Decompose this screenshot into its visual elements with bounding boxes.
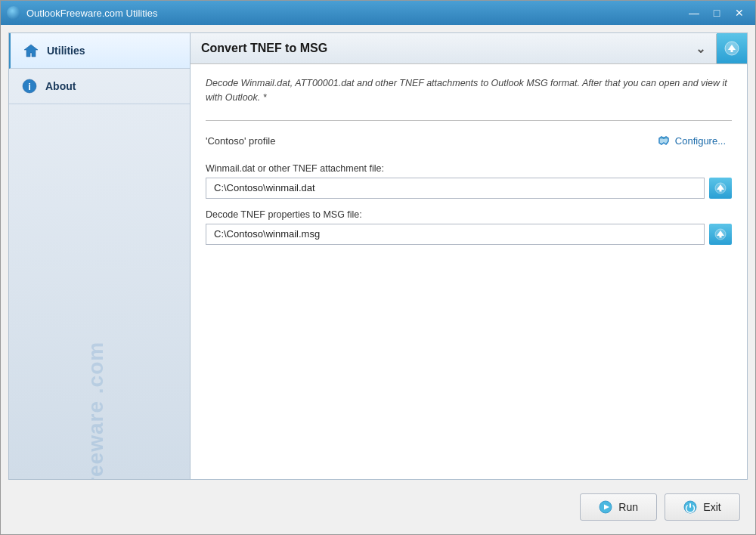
output-group: Decode TNEF properties to MSG file: xyxy=(206,209,732,245)
file-browse-button[interactable] xyxy=(709,178,732,199)
upload-icon-top xyxy=(724,41,739,56)
description-text: Decode Winmail.dat, ATT00001.dat and oth… xyxy=(206,76,732,105)
titlebar-buttons: — □ ✕ xyxy=(684,5,749,20)
panel-body: Decode Winmail.dat, ATT00001.dat and oth… xyxy=(191,64,747,479)
configure-label: Configure... xyxy=(675,135,726,147)
profile-text: 'Contoso' profile xyxy=(206,135,275,147)
sidebar-watermark: Outlook Freeware .com xyxy=(84,404,108,481)
sidebar-item-utilities[interactable]: Utilities xyxy=(9,33,190,69)
svg-text:i: i xyxy=(28,81,31,92)
svg-rect-12 xyxy=(720,236,722,238)
file-input-label: Winmail.dat or other TNEF attachment fil… xyxy=(206,163,732,174)
dropdown-header: Convert TNEF to MSG ⌄ xyxy=(191,33,747,64)
configure-icon xyxy=(657,135,671,148)
right-panel: Convert TNEF to MSG ⌄ Decode Winmail.dat… xyxy=(190,32,748,480)
home-icon xyxy=(23,42,39,59)
about-label: About xyxy=(45,80,76,92)
upload-button-top[interactable] xyxy=(717,33,747,63)
svg-rect-4 xyxy=(731,50,733,52)
dropdown-selected-label: Convert TNEF to MSG xyxy=(201,42,327,55)
svg-rect-16 xyxy=(689,503,691,508)
file-input-row xyxy=(206,178,732,199)
exit-button[interactable]: Exit xyxy=(665,493,740,521)
minimize-button[interactable]: — xyxy=(684,5,704,20)
main-window: OutlookFreeware.com Utilities — □ ✕ Util… xyxy=(0,0,756,535)
run-label: Run xyxy=(618,501,638,513)
utilities-label: Utilities xyxy=(47,45,85,57)
configure-button[interactable]: Configure... xyxy=(651,131,732,151)
exit-label: Exit xyxy=(703,501,720,513)
close-button[interactable]: ✕ xyxy=(730,5,749,20)
exit-icon xyxy=(683,500,697,514)
sidebar-item-about[interactable]: i About xyxy=(9,69,190,104)
output-row xyxy=(206,224,732,245)
titlebar: OutlookFreeware.com Utilities — □ ✕ xyxy=(1,1,755,25)
app-icon xyxy=(7,6,20,20)
output-input[interactable] xyxy=(206,224,705,245)
dropdown-arrow-icon: ⌄ xyxy=(696,42,705,56)
divider xyxy=(206,120,732,121)
bottom-toolbar: Run Exit xyxy=(8,487,748,527)
info-icon: i xyxy=(21,78,38,94)
run-icon xyxy=(599,500,612,514)
browse-icon xyxy=(714,182,727,194)
profile-row: 'Contoso' profile Configure... xyxy=(206,131,732,151)
file-input[interactable] xyxy=(206,178,705,199)
svg-rect-9 xyxy=(720,190,722,192)
browse-icon-2 xyxy=(714,228,727,240)
svg-marker-5 xyxy=(659,139,668,144)
file-input-group: Winmail.dat or other TNEF attachment fil… xyxy=(206,163,732,199)
run-button[interactable]: Run xyxy=(580,493,657,521)
utility-dropdown[interactable]: Convert TNEF to MSG ⌄ xyxy=(191,34,717,63)
output-label: Decode TNEF properties to MSG file: xyxy=(206,209,732,220)
content-area: Utilities i About Outlook Freeware .com … xyxy=(1,25,755,534)
output-browse-button[interactable] xyxy=(709,224,732,245)
maximize-button[interactable]: □ xyxy=(707,5,727,20)
main-panel: Utilities i About Outlook Freeware .com … xyxy=(8,32,748,480)
window-title: OutlookFreeware.com Utilities xyxy=(26,8,684,19)
sidebar: Utilities i About Outlook Freeware .com xyxy=(8,32,190,480)
